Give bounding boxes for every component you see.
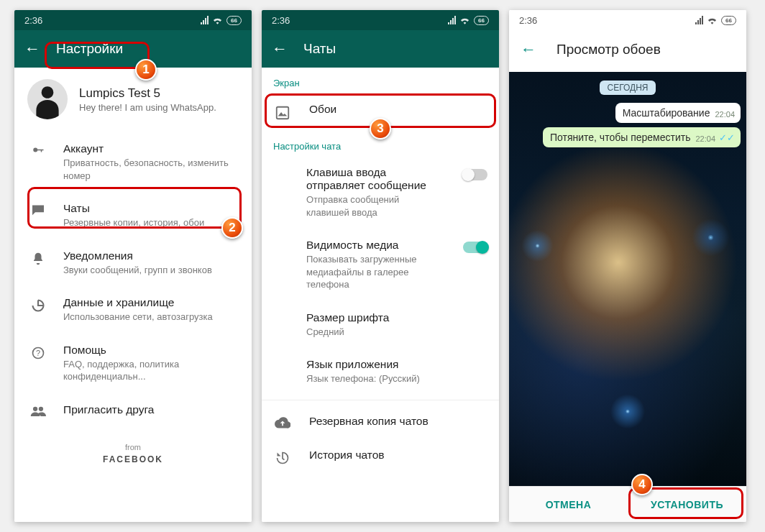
status-time: 2:36 bbox=[272, 15, 290, 26]
from-label: from bbox=[14, 443, 252, 451]
row-title: Язык приложения bbox=[306, 358, 420, 371]
row-title: Клавиша ввода отправляет сообщение bbox=[306, 166, 444, 192]
wifi-icon bbox=[707, 16, 718, 24]
step-badge-3: 3 bbox=[370, 118, 391, 139]
screen-preview: 2:36 66 ← Просмотр обоев СЕГОДНЯ Масштаб… bbox=[509, 10, 746, 522]
item-data[interactable]: Данные и хранилище Использование сети, а… bbox=[14, 286, 252, 334]
status-icons: 66 bbox=[201, 16, 242, 25]
people-icon bbox=[30, 405, 46, 417]
row-sub: Показывать загруженные медиафайлы в гале… bbox=[306, 253, 444, 291]
status-icons: 66 bbox=[695, 16, 736, 25]
row-title: Размер шрифта bbox=[306, 311, 389, 324]
message-time: 22:04 bbox=[695, 134, 715, 143]
data-usage-icon bbox=[30, 298, 46, 313]
item-title: Помощь bbox=[63, 344, 240, 357]
wallpaper-icon bbox=[275, 105, 290, 121]
screen-settings: 2:36 66 ← Настройки Lumpics Test 5 Hey t… bbox=[14, 10, 252, 522]
signal-icon bbox=[448, 16, 456, 24]
row-sub: Язык телефона: (Русский) bbox=[306, 372, 420, 385]
item-invite[interactable]: Пригласить друга bbox=[14, 393, 252, 427]
profile-status: Hey there! I am using WhatsApp. bbox=[79, 102, 216, 113]
svg-point-3 bbox=[39, 407, 43, 411]
row-app-language[interactable]: Язык приложения Язык телефона: (Русский) bbox=[262, 348, 499, 395]
row-title: Видимость медиа bbox=[306, 239, 444, 252]
from-facebook: from FACEBOOK bbox=[14, 443, 252, 464]
cancel-button[interactable]: ОТМЕНА bbox=[509, 487, 628, 522]
page-title: Чаты bbox=[303, 41, 336, 57]
help-icon: ? bbox=[30, 346, 46, 360]
row-title: Обои bbox=[309, 103, 336, 116]
svg-rect-4 bbox=[277, 107, 289, 119]
message-bubble-drag: Потяните, чтобы переместить 22:04 ✓✓ bbox=[543, 127, 741, 147]
svg-point-2 bbox=[33, 407, 37, 411]
toggle-media-visibility[interactable] bbox=[463, 242, 487, 253]
back-arrow-icon[interactable]: ← bbox=[521, 40, 536, 59]
row-sub: Отправка сообщений клавишей ввода bbox=[306, 193, 444, 219]
page-title: Настройки bbox=[56, 41, 123, 57]
settings-content: Lumpics Test 5 Hey there! I am using Wha… bbox=[14, 68, 252, 522]
item-title: Чаты bbox=[63, 202, 204, 215]
item-title: Уведомления bbox=[63, 249, 212, 262]
appbar-settings: ← Настройки bbox=[14, 30, 252, 68]
message-time: 22:04 bbox=[715, 110, 735, 119]
read-ticks-icon: ✓✓ bbox=[719, 132, 735, 143]
item-sub: FAQ, поддержка, политика конфиденциальн.… bbox=[63, 358, 240, 383]
date-pill: СЕГОДНЯ bbox=[600, 81, 655, 95]
status-time: 2:36 bbox=[519, 15, 537, 26]
item-sub: Резервные копии, история, обои bbox=[63, 216, 204, 229]
toggle-enter-sends[interactable] bbox=[463, 169, 487, 180]
preview-header: ← Просмотр обоев bbox=[509, 30, 746, 72]
item-title: Пригласить друга bbox=[63, 403, 154, 416]
statusbar: 2:36 66 bbox=[14, 10, 252, 30]
statusbar: 2:36 66 bbox=[262, 10, 499, 30]
section-label-screen: Экран bbox=[262, 68, 499, 93]
item-account[interactable]: Аккаунт Приватность, безопасность, измен… bbox=[14, 132, 252, 192]
divider bbox=[262, 400, 499, 400]
step-badge-1: 1 bbox=[135, 59, 157, 81]
battery-icon: 66 bbox=[721, 16, 736, 25]
appbar-chats: ← Чаты bbox=[262, 30, 499, 68]
message-text: Масштабирование bbox=[623, 107, 710, 119]
status-icons: 66 bbox=[448, 16, 489, 25]
profile-name: Lumpics Test 5 bbox=[79, 86, 216, 101]
battery-icon: 66 bbox=[226, 16, 242, 25]
item-title: Аккаунт bbox=[63, 142, 240, 155]
back-arrow-icon[interactable]: ← bbox=[272, 41, 288, 57]
item-help[interactable]: ? Помощь FAQ, поддержка, политика конфид… bbox=[14, 334, 252, 393]
key-icon bbox=[30, 145, 46, 157]
statusbar: 2:36 66 bbox=[509, 10, 746, 30]
row-font-size[interactable]: Размер шрифта Средний bbox=[262, 301, 499, 349]
wifi-icon bbox=[212, 16, 223, 24]
wifi-icon bbox=[459, 16, 470, 24]
row-enter-sends[interactable]: Клавиша ввода отправляет сообщение Отпра… bbox=[262, 156, 499, 229]
signal-icon bbox=[695, 16, 703, 24]
status-time: 2:36 bbox=[24, 15, 42, 26]
screen-chats: 2:36 66 ← Чаты Экран Обои Настройки чата… bbox=[262, 10, 499, 522]
row-title: Резервная копия чатов bbox=[309, 415, 429, 428]
footer-actions: ОТМЕНА УСТАНОВИТЬ bbox=[509, 486, 746, 522]
step-badge-2: 2 bbox=[221, 217, 243, 239]
item-title: Данные и хранилище bbox=[63, 296, 213, 309]
chat-icon bbox=[30, 204, 46, 216]
row-media-visibility[interactable]: Видимость медиа Показывать загруженные м… bbox=[262, 229, 499, 301]
item-sub: Приватность, безопасность, изменить номе… bbox=[63, 157, 240, 182]
wallpaper-preview[interactable]: СЕГОДНЯ Масштабирование 22:04 Потяните, … bbox=[509, 72, 746, 486]
item-notifications[interactable]: Уведомления Звуки сообщений, групп и зво… bbox=[14, 239, 252, 287]
cloud-up-icon bbox=[275, 417, 290, 428]
step-badge-4: 4 bbox=[631, 474, 653, 495]
profile-row[interactable]: Lumpics Test 5 Hey there! I am using Wha… bbox=[14, 68, 252, 132]
svg-text:?: ? bbox=[36, 349, 40, 357]
back-arrow-icon[interactable]: ← bbox=[24, 41, 40, 57]
row-backup[interactable]: Резервная копия чатов bbox=[262, 405, 499, 439]
battery-icon: 66 bbox=[474, 16, 489, 25]
row-history[interactable]: История чатов bbox=[262, 439, 499, 475]
page-title: Просмотр обоев bbox=[556, 42, 661, 58]
row-title: История чатов bbox=[309, 449, 385, 462]
item-chats[interactable]: Чаты Резервные копии, история, обои bbox=[14, 192, 252, 239]
bell-icon bbox=[30, 252, 46, 266]
message-text: Потяните, чтобы переместить bbox=[550, 132, 691, 143]
row-sub: Средний bbox=[306, 326, 389, 339]
avatar bbox=[27, 79, 68, 119]
item-sub: Звуки сообщений, групп и звонков bbox=[63, 264, 212, 277]
signal-icon bbox=[201, 16, 209, 24]
